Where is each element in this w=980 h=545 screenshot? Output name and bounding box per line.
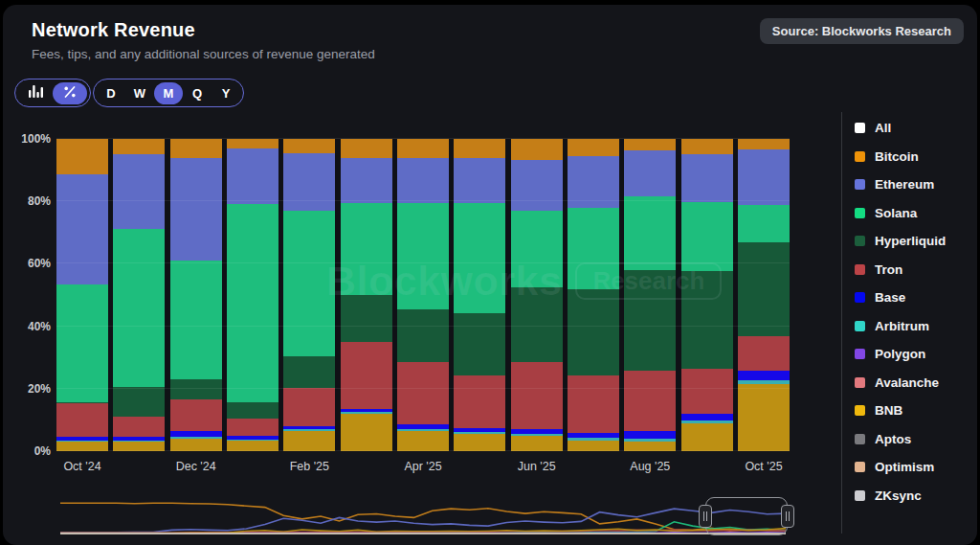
legend-item-optimism[interactable]: Optimism [855,453,946,482]
bar-segment-tron[interactable] [738,336,790,371]
bar-segment-arbitrum[interactable] [454,432,505,434]
bar-segment-solana[interactable] [568,208,619,289]
bar-segment-tron[interactable] [170,399,222,431]
bar-segment-tron[interactable] [113,417,165,437]
bar-jun25[interactable] [511,139,563,451]
bar-segment-base[interactable] [170,431,222,437]
navigator-brush[interactable] [705,497,788,535]
bar-segment-bitcoin[interactable] [341,139,392,158]
bar-segment-arbitrum[interactable] [738,380,790,384]
bar-segment-arbitrum[interactable] [170,437,222,439]
bar-segment-solana[interactable] [681,202,733,271]
bar-segment-bitcoin[interactable] [511,139,563,160]
bar-segment-bitcoin[interactable] [113,139,165,154]
legend-item-bnb[interactable]: BNB [855,397,946,425]
bar-segment-hyperliquid[interactable] [624,270,676,371]
bar-segment-arbitrum[interactable] [681,420,733,423]
range-option-d[interactable]: D [97,82,125,104]
bar-segment-bnb[interactable] [170,439,222,451]
bar-segment-ethereum[interactable] [227,148,278,205]
bar-segment-base[interactable] [511,429,563,434]
bar-segment-arbitrum[interactable] [227,440,278,442]
bar-jul25[interactable] [568,139,619,451]
legend-item-arbitrum[interactable]: Arbitrum [855,312,946,341]
bar-oct24[interactable] [56,139,108,451]
bar-segment-arbitrum[interactable] [568,438,619,440]
bar-dec24[interactable] [170,139,222,451]
bar-segment-bnb[interactable] [568,441,619,451]
bar-sep25[interactable] [681,139,733,451]
bar-segment-tron[interactable] [568,375,619,433]
bar-segment-bnb[interactable] [397,431,449,451]
bar-segment-arbitrum[interactable] [341,412,392,414]
bar-segment-base[interactable] [56,437,108,440]
bar-segment-bitcoin[interactable] [56,139,108,174]
legend-item-zksync[interactable]: ZKsync [855,482,946,511]
bar-segment-tron[interactable] [227,419,278,436]
bar-segment-bitcoin[interactable] [681,139,733,154]
bar-segment-hyperliquid[interactable] [113,387,165,417]
bar-segment-ethereum[interactable] [624,150,676,197]
bar-segment-solana[interactable] [341,203,392,295]
bar-segment-bitcoin[interactable] [227,139,278,148]
bar-segment-tron[interactable] [56,402,108,437]
bar-segment-bnb[interactable] [56,442,108,451]
bar-segment-base[interactable] [341,409,392,413]
brush-handle-right[interactable] [781,505,794,528]
bar-segment-hyperliquid[interactable] [56,402,108,403]
bar-segment-bnb[interactable] [283,431,335,451]
bar-segment-solana[interactable] [397,203,449,309]
range-navigator[interactable] [56,494,790,539]
bar-segment-solana[interactable] [113,229,165,387]
bar-segment-tron[interactable] [341,342,392,409]
bar-segment-hyperliquid[interactable] [170,379,222,399]
bar-segment-solana[interactable] [738,205,790,242]
bar-segment-tron[interactable] [511,362,563,429]
bar-chart-view-button[interactable] [18,82,53,104]
bar-segment-solana[interactable] [454,203,505,313]
bar-feb25[interactable] [283,139,335,451]
bar-segment-solana[interactable] [283,211,335,356]
bar-segment-tron[interactable] [283,388,335,426]
bar-segment-base[interactable] [113,437,165,441]
bar-segment-ethereum[interactable] [454,158,505,203]
bar-segment-bitcoin[interactable] [738,139,790,149]
bar-segment-ethereum[interactable] [341,158,392,203]
bar-segment-hyperliquid[interactable] [397,309,449,362]
range-option-y[interactable]: Y [212,82,240,104]
bar-segment-hyperliquid[interactable] [681,271,733,369]
bar-aug25[interactable] [624,139,676,451]
brush-handle-left[interactable] [699,505,712,528]
bar-segment-hyperliquid[interactable] [227,402,278,418]
bar-segment-base[interactable] [397,424,449,429]
bar-oct25[interactable] [738,139,790,451]
bar-segment-base[interactable] [568,433,619,439]
bar-segment-solana[interactable] [170,261,222,379]
range-option-q[interactable]: Q [183,82,212,104]
bar-segment-bitcoin[interactable] [397,139,449,158]
bar-segment-arbitrum[interactable] [56,441,108,443]
legend-item-base[interactable]: Base [855,284,946,312]
legend-item-polygon[interactable]: Polygon [855,340,946,369]
bar-segment-solana[interactable] [511,211,563,287]
range-option-w[interactable]: W [125,82,154,104]
bar-segment-tron[interactable] [454,375,505,428]
legend-item-bitcoin[interactable]: Bitcoin [855,143,946,171]
bar-segment-bitcoin[interactable] [454,139,505,158]
bar-segment-arbitrum[interactable] [624,439,676,442]
bar-segment-base[interactable] [227,436,278,440]
bar-jan25[interactable] [227,139,278,451]
bar-segment-bnb[interactable] [227,441,278,451]
bar-segment-hyperliquid[interactable] [283,356,335,388]
bar-segment-arbitrum[interactable] [283,429,335,431]
bar-may25[interactable] [454,139,505,451]
bar-segment-bitcoin[interactable] [624,139,676,150]
bar-segment-bnb[interactable] [738,384,790,451]
bar-segment-bnb[interactable] [681,423,733,451]
bar-segment-bitcoin[interactable] [283,139,335,153]
percent-view-button[interactable] [53,82,87,104]
bar-segment-bnb[interactable] [454,434,505,451]
bar-segment-solana[interactable] [227,204,278,402]
bar-segment-ethereum[interactable] [56,174,108,285]
legend-item-aptos[interactable]: Aptos [855,425,946,454]
